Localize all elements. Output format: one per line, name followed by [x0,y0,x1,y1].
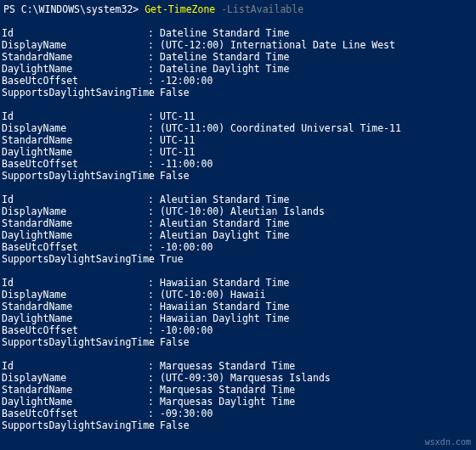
property-value: -10:00:00 [160,241,476,253]
separator: : [148,217,160,229]
property-row: BaseUtcOffset: -10:00:00 [2,241,476,253]
separator: : [148,205,160,217]
property-row: DisplayName: (UTC-10:00) Aleutian Island… [2,205,476,217]
property-label: DisplayName [2,289,148,301]
separator: : [148,384,160,396]
property-label: Id [2,360,148,372]
property-label: DaylightName [2,146,148,158]
property-value: Aleutian Standard Time [160,194,476,205]
property-value: True [160,253,476,265]
prompt-line[interactable]: PS C:\WINDOWS\system32> Get-TimeZone -Li… [0,3,476,15]
separator: : [148,336,160,348]
property-row: DisplayName: (UTC-11:00) Coordinated Uni… [2,122,476,134]
property-label: Id [2,110,148,122]
property-value: Hawaiian Daylight Time [160,312,476,324]
property-value: -12:00:00 [160,75,476,87]
property-row: SupportsDaylightSavingTime: False [2,87,476,98]
separator: : [148,289,160,301]
separator: : [148,170,160,182]
property-label: StandardName [2,217,148,229]
timezone-entry: Id: Aleutian Standard TimeDisplayName: (… [2,194,476,265]
property-label: StandardName [2,384,148,396]
property-label: BaseUtcOffset [2,241,148,253]
separator: : [148,39,160,51]
property-label: DaylightName [2,396,148,408]
separator: : [148,110,160,122]
property-row: SupportsDaylightSavingTime: False [2,419,476,431]
command-param: -ListAvailable [215,3,303,15]
property-label: StandardName [2,51,148,63]
property-value: UTC-11 [160,146,476,158]
property-value: -10:00:00 [160,324,476,336]
property-value: Marquesas Standard Time [160,384,476,396]
property-row: SupportsDaylightSavingTime: False [2,336,476,348]
separator: : [148,253,160,265]
property-label: DaylightName [2,229,148,241]
watermark: wsxdn.com [425,436,471,448]
property-value: False [160,170,476,182]
property-value: (UTC-11:00) Coordinated Universal Time-1… [160,122,476,134]
property-value: False [160,419,476,431]
property-value: Marquesas Daylight Time [160,396,476,408]
property-label: DisplayName [2,205,148,217]
property-value: False [160,87,476,98]
property-value: -11:00:00 [160,158,476,170]
property-label: DisplayName [2,122,148,134]
separator: : [148,396,160,408]
separator: : [148,408,160,419]
timezone-entry: Id: UTC-11DisplayName: (UTC-11:00) Coord… [2,110,476,182]
separator: : [148,51,160,63]
property-value: Hawaiian Standard Time [160,301,476,312]
property-row: StandardName: UTC-11 [2,134,476,146]
property-label: BaseUtcOffset [2,324,148,336]
property-row: SupportsDaylightSavingTime: True [2,253,476,265]
property-value: UTC-11 [160,134,476,146]
property-label: SupportsDaylightSavingTime [2,87,148,98]
property-row: BaseUtcOffset: -09:30:00 [2,408,476,419]
property-row: BaseUtcOffset: -10:00:00 [2,324,476,336]
property-label: BaseUtcOffset [2,408,148,419]
property-value: Marquesas Standard Time [160,360,476,372]
property-value: Hawaiian Standard Time [160,277,476,289]
property-value: (UTC-10:00) Hawaii [160,289,476,301]
separator: : [148,75,160,87]
property-row: Id: Aleutian Standard Time [2,194,476,205]
separator: : [148,312,160,324]
timezone-entry: Id: Hawaiian Standard TimeDisplayName: (… [2,277,476,348]
separator: : [148,122,160,134]
property-row: Id: Hawaiian Standard Time [2,277,476,289]
separator: : [148,146,160,158]
property-row: Id: Dateline Standard Time [2,27,476,39]
property-row: StandardName: Dateline Standard Time [2,51,476,63]
property-value: (UTC-10:00) Aleutian Islands [160,205,476,217]
property-row: DaylightName: Aleutian Daylight Time [2,229,476,241]
property-value: Dateline Standard Time [160,27,476,39]
separator: : [148,324,160,336]
property-row: BaseUtcOffset: -12:00:00 [2,75,476,87]
property-row: DaylightName: UTC-11 [2,146,476,158]
timezone-entry: Id: Dateline Standard TimeDisplayName: (… [2,27,476,98]
separator: : [148,277,160,289]
property-row: StandardName: Aleutian Standard Time [2,217,476,229]
property-value: (UTC-09:30) Marquesas Islands [160,372,476,384]
separator: : [148,372,160,384]
separator: : [148,194,160,205]
separator: : [148,63,160,75]
property-label: BaseUtcOffset [2,75,148,87]
separator: : [148,419,160,431]
property-row: DisplayName: (UTC-10:00) Hawaii [2,289,476,301]
property-label: SupportsDaylightSavingTime [2,170,148,182]
command-text: Get-TimeZone [144,3,215,15]
property-row: DisplayName: (UTC-09:30) Marquesas Islan… [2,372,476,384]
prompt-prefix: PS C:\WINDOWS\system32> [3,3,144,15]
property-value: Aleutian Daylight Time [160,229,476,241]
property-row: SupportsDaylightSavingTime: False [2,170,476,182]
timezone-entry: Id: Marquesas Standard TimeDisplayName: … [2,360,476,431]
separator: : [148,87,160,98]
property-row: StandardName: Marquesas Standard Time [2,384,476,396]
property-value: Dateline Daylight Time [160,63,476,75]
separator: : [148,301,160,312]
property-row: BaseUtcOffset: -11:00:00 [2,158,476,170]
separator: : [148,158,160,170]
property-row: DaylightName: Hawaiian Daylight Time [2,312,476,324]
